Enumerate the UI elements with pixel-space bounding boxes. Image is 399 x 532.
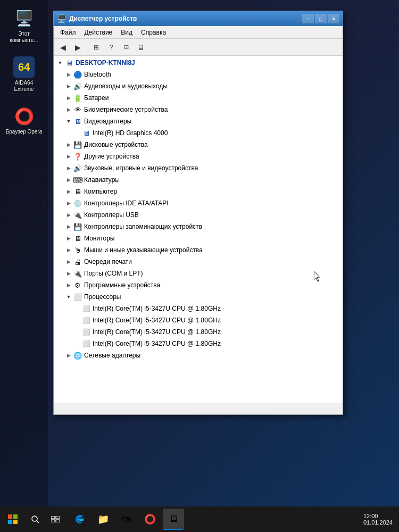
- sound-icon: 🔊: [73, 163, 82, 173]
- search-button[interactable]: [26, 510, 45, 529]
- taskbar-devmgr[interactable]: 🖥: [163, 509, 184, 530]
- tree-item-other[interactable]: ▶ ❓ Другие устройства: [54, 151, 343, 162]
- tree-item-print-queue[interactable]: ▶ 🖨 Очереди печати: [54, 256, 343, 268]
- ide-expand-arrow[interactable]: ▶: [64, 197, 73, 209]
- tree-item-cpu-2[interactable]: ▶ ⬜ Intel(R) Core(TM) i5-3427U CPU @ 1.8…: [54, 326, 343, 338]
- tree-item-cpu[interactable]: ▼ ⬜ Процессоры: [54, 291, 343, 303]
- toolbar-monitor-button[interactable]: 🖥: [134, 41, 148, 54]
- display-expand-arrow[interactable]: ▼: [64, 115, 73, 127]
- storage-expand-arrow[interactable]: ▶: [64, 221, 73, 232]
- tree-item-cpu-0[interactable]: ▶ ⬜ Intel(R) Core(TM) i5-3427U CPU @ 1.8…: [54, 303, 343, 314]
- computer-expand-arrow[interactable]: ▶: [64, 186, 73, 197]
- cpu-core-3-label: Intel(R) Core(TM) i5-3427U CPU @ 1.80GHz: [93, 340, 221, 347]
- start-button[interactable]: [2, 509, 23, 530]
- tree-item-mouse[interactable]: ▶ 🖱 Мыши и иные указывающие устройства: [54, 244, 343, 256]
- window-title: Диспетчер устройств: [69, 15, 299, 22]
- ports-label: Порты (COM и LPT): [84, 270, 143, 277]
- tree-item-usb[interactable]: ▶ 🔌 Контроллеры USB: [54, 209, 343, 221]
- tree-item-network[interactable]: ▶ 🌐 Сетевые адаптеры: [54, 350, 343, 361]
- computer-label: Компьютер: [84, 188, 117, 195]
- task-view-button[interactable]: [46, 510, 65, 529]
- aida64-icon: 64: [13, 56, 35, 78]
- tree-item-cpu-1[interactable]: ▶ ⬜ Intel(R) Core(TM) i5-3427U CPU @ 1.8…: [54, 314, 343, 326]
- svg-line-6: [37, 521, 39, 523]
- bluetooth-icon: 🔵: [73, 70, 82, 79]
- network-expand-arrow[interactable]: ▶: [64, 350, 73, 361]
- cpu-expand-arrow[interactable]: ▼: [64, 291, 73, 303]
- menu-file[interactable]: Файл: [56, 28, 80, 37]
- storage-ctrl-icon: 💾: [73, 222, 82, 231]
- taskbar-store[interactable]: 🛍: [116, 509, 137, 530]
- root-label: DESKTOP-KTNNI8J: [76, 59, 135, 66]
- battery-label: Батареи: [84, 94, 109, 102]
- back-button[interactable]: ◀: [56, 41, 70, 54]
- tree-item-bluetooth[interactable]: ▶ 🔵 Bluetooth: [54, 69, 343, 80]
- other-icon: ❓: [73, 152, 82, 161]
- cpu-label: Процессоры: [84, 293, 121, 301]
- desktop-icon-aida64[interactable]: 64 AIDA64 Extreme: [3, 54, 45, 95]
- usb-expand-arrow[interactable]: ▶: [64, 209, 73, 221]
- disk-label: Дисковые устройства: [84, 141, 148, 148]
- minimize-button[interactable]: ─: [302, 14, 314, 23]
- tree-item-sound[interactable]: ▶ 🔊 Звуковые, игровые и видеоустройства: [54, 162, 343, 174]
- opera-label: Браузер Opera: [6, 129, 43, 135]
- tree-item-cpu-3[interactable]: ▶ ⬜ Intel(R) Core(TM) i5-3427U CPU @ 1.8…: [54, 338, 343, 350]
- mouse-icon: 🖱: [73, 245, 82, 255]
- tree-item-ports[interactable]: ▶ 🔌 Порты (COM и LPT): [54, 268, 343, 279]
- taskbar-edge[interactable]: [69, 509, 90, 530]
- tree-item-battery[interactable]: ▶ 🔋 Батареи: [54, 92, 343, 104]
- tree-item-firmware[interactable]: ▶ ⚙ Программные устройства: [54, 279, 343, 291]
- keyboard-expand-arrow[interactable]: ▶: [64, 174, 73, 186]
- menu-action[interactable]: Действие: [80, 28, 117, 37]
- monitor-expand-arrow[interactable]: ▶: [64, 232, 73, 244]
- toolbar-help-button[interactable]: ?: [104, 41, 118, 54]
- tree-item-audio[interactable]: ▶ 🔊 Аудиовходы и аудиовыходы: [54, 80, 343, 92]
- ports-icon: 🔌: [73, 269, 82, 278]
- svg-point-5: [32, 516, 37, 521]
- print-expand-arrow[interactable]: ▶: [64, 256, 73, 268]
- desktop-sidebar: 🖥️ Этот компьюте... 64 AIDA64 Extreme ⭕ …: [0, 0, 48, 506]
- sound-expand-arrow[interactable]: ▶: [64, 162, 73, 174]
- battery-expand-arrow[interactable]: ▶: [64, 92, 73, 104]
- firmware-expand-arrow[interactable]: ▶: [64, 279, 73, 291]
- maximize-button[interactable]: □: [315, 14, 327, 23]
- desktop-icon-opera[interactable]: ⭕ Браузер Opera: [3, 103, 45, 137]
- audio-expand-arrow[interactable]: ▶: [64, 80, 73, 92]
- taskbar-opera[interactable]: ⭕: [139, 509, 161, 530]
- tree-item-monitor[interactable]: ▶ 🖥 Мониторы: [54, 232, 343, 244]
- taskbar-explorer[interactable]: 📁: [93, 509, 114, 530]
- disk-expand-arrow[interactable]: ▶: [64, 139, 73, 151]
- tree-root-item[interactable]: ▼ 🖥 DESKTOP-KTNNI8J: [54, 57, 343, 69]
- close-button[interactable]: ✕: [328, 14, 339, 23]
- ide-label: Контроллеры IDE ATA/ATAPI: [84, 200, 169, 207]
- window-titlebar[interactable]: 🖥️ Диспетчер устройств ─ □ ✕: [54, 11, 343, 26]
- tree-item-display[interactable]: ▼ 🖥 Видеоадаптеры: [54, 115, 343, 127]
- tree-item-computer[interactable]: ▶ 🖥 Компьютер: [54, 186, 343, 197]
- svg-rect-3: [8, 520, 12, 524]
- aida64-label: AIDA64 Extreme: [5, 80, 43, 93]
- device-tree[interactable]: ▼ 🖥 DESKTOP-KTNNI8J ▶ 🔵 Bluetooth ▶ 🔊 Ау…: [54, 56, 343, 403]
- keyboard-label: Клавиатуры: [84, 176, 120, 184]
- menu-help[interactable]: Справка: [137, 28, 170, 37]
- mouse-expand-arrow[interactable]: ▶: [64, 244, 73, 256]
- tree-item-keyboard[interactable]: ▶ ⌨ Клавиатуры: [54, 174, 343, 186]
- storage-ctrl-label: Контроллеры запоминающих устройств: [84, 223, 202, 230]
- disk-icon: 💾: [73, 140, 82, 149]
- tree-item-biometric[interactable]: ▶ 👁 Биометрические устройства: [54, 104, 343, 115]
- forward-button[interactable]: ▶: [71, 41, 85, 54]
- bluetooth-expand-arrow[interactable]: ▶: [64, 69, 73, 80]
- firmware-icon: ⚙: [73, 280, 82, 290]
- tree-item-display-child[interactable]: ▶ 🖥 Intel(R) HD Graphics 4000: [54, 127, 343, 139]
- root-expand-arrow[interactable]: ▼: [56, 57, 64, 69]
- other-expand-arrow[interactable]: ▶: [64, 151, 73, 162]
- bluetooth-label: Bluetooth: [84, 71, 111, 78]
- tree-item-storage-ctrl[interactable]: ▶ 💾 Контроллеры запоминающих устройств: [54, 221, 343, 232]
- toolbar-grid-button[interactable]: ⊞: [89, 41, 103, 54]
- biometric-expand-arrow[interactable]: ▶: [64, 104, 73, 115]
- ports-expand-arrow[interactable]: ▶: [64, 268, 73, 279]
- tree-item-ide[interactable]: ▶ 💿 Контроллеры IDE ATA/ATAPI: [54, 197, 343, 209]
- tree-item-disk[interactable]: ▶ 💾 Дисковые устройства: [54, 139, 343, 151]
- desktop-icon-this-pc[interactable]: 🖥️ Этот компьюте...: [3, 5, 45, 46]
- toolbar-prop-button[interactable]: ⊡: [119, 41, 133, 54]
- menu-view[interactable]: Вид: [117, 28, 137, 37]
